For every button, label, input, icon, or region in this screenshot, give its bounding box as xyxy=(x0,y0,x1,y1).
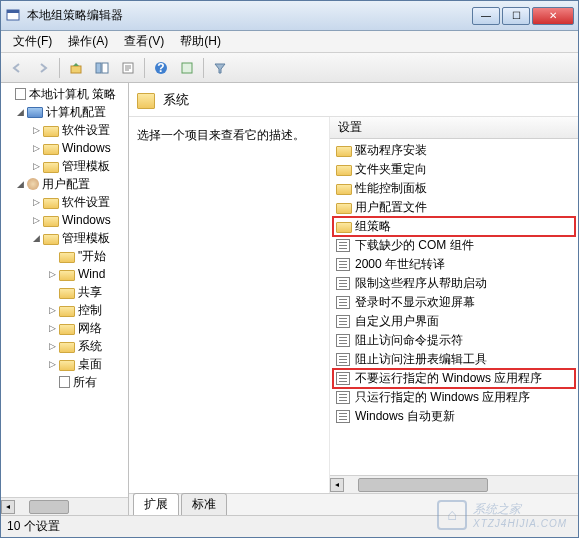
tree-root[interactable]: 本地计算机 策略 xyxy=(1,85,128,103)
tree-wind[interactable]: ▷Wind xyxy=(1,265,128,283)
separator xyxy=(203,58,204,78)
expander-icon[interactable] xyxy=(47,377,57,387)
menu-help[interactable]: 帮助(H) xyxy=(172,31,229,52)
folder-icon xyxy=(336,184,352,195)
tree-user-config[interactable]: ◢用户配置 xyxy=(1,175,128,193)
tree-label: 计算机配置 xyxy=(46,104,106,120)
export-button[interactable] xyxy=(116,56,140,80)
scroll-thumb[interactable] xyxy=(29,500,69,514)
expander-icon[interactable]: ▷ xyxy=(47,323,57,333)
settings-icon xyxy=(59,376,70,388)
properties-button[interactable] xyxy=(175,56,199,80)
expander-icon[interactable]: ▷ xyxy=(47,305,57,315)
expander-icon[interactable]: ▷ xyxy=(47,341,57,351)
list-item[interactable]: 限制这些程序从帮助启动 xyxy=(330,274,578,293)
expander-icon[interactable]: ▷ xyxy=(31,161,41,171)
expander-icon[interactable]: ◢ xyxy=(15,179,25,189)
tab-extended[interactable]: 扩展 xyxy=(133,493,179,515)
tree-start-menu[interactable]: "开始 xyxy=(1,247,128,265)
column-header-settings[interactable]: 设置 xyxy=(330,117,578,139)
scroll-thumb[interactable] xyxy=(358,478,488,492)
menu-view[interactable]: 查看(V) xyxy=(116,31,172,52)
list-item[interactable]: 下载缺少的 COM 组件 xyxy=(330,236,578,255)
list-horizontal-scrollbar[interactable]: ◂ xyxy=(330,475,578,493)
up-button[interactable] xyxy=(64,56,88,80)
list-item-highlighted[interactable]: 不要运行指定的 Windows 应用程序 xyxy=(332,368,576,389)
folder-icon xyxy=(59,252,75,263)
tree-share[interactable]: 共享 xyxy=(1,283,128,301)
help-button[interactable]: ? xyxy=(149,56,173,80)
tree-system[interactable]: ▷系统 xyxy=(1,337,128,355)
status-text: 10 个设置 xyxy=(7,518,60,535)
setting-icon xyxy=(336,410,350,423)
maximize-button[interactable]: ☐ xyxy=(502,7,530,25)
list-item[interactable]: 自定义用户界面 xyxy=(330,312,578,331)
expander-icon[interactable] xyxy=(47,287,57,297)
list-item[interactable]: 文件夹重定向 xyxy=(330,160,578,179)
item-label: 登录时不显示欢迎屏幕 xyxy=(355,294,475,311)
list-item[interactable]: 登录时不显示欢迎屏幕 xyxy=(330,293,578,312)
tree-horizontal-scrollbar[interactable]: ◂ xyxy=(1,497,128,515)
list-item[interactable]: 驱动程序安装 xyxy=(330,141,578,160)
show-hide-tree-button[interactable] xyxy=(90,56,114,80)
setting-icon xyxy=(336,315,350,328)
settings-list[interactable]: 驱动程序安装 文件夹重定向 性能控制面板 用户配置文件 组策略 下载缺少的 CO… xyxy=(330,139,578,475)
expander-icon[interactable]: ◢ xyxy=(15,107,25,117)
setting-icon xyxy=(336,334,350,347)
tab-standard[interactable]: 标准 xyxy=(181,493,227,515)
setting-icon xyxy=(336,258,350,271)
scroll-left-button[interactable]: ◂ xyxy=(330,478,344,492)
menu-file[interactable]: 文件(F) xyxy=(5,31,60,52)
tree-desktop[interactable]: ▷桌面 xyxy=(1,355,128,373)
tree-uc-admin[interactable]: ◢管理模板 xyxy=(1,229,128,247)
forward-button[interactable] xyxy=(31,56,55,80)
separator xyxy=(144,58,145,78)
expander-icon[interactable]: ▷ xyxy=(31,215,41,225)
minimize-button[interactable]: — xyxy=(472,7,500,25)
tree-control[interactable]: ▷控制 xyxy=(1,301,128,319)
setting-icon xyxy=(336,391,350,404)
expander-icon[interactable]: ▷ xyxy=(47,359,57,369)
list-item[interactable]: 性能控制面板 xyxy=(330,179,578,198)
list-item[interactable]: 用户配置文件 xyxy=(330,198,578,217)
list-item[interactable]: 阻止访问注册表编辑工具 xyxy=(330,350,578,369)
tree-network[interactable]: ▷网络 xyxy=(1,319,128,337)
menu-action[interactable]: 操作(A) xyxy=(60,31,116,52)
tree-uc-software[interactable]: ▷软件设置 xyxy=(1,193,128,211)
computer-icon xyxy=(27,107,43,118)
tree-cc-windows[interactable]: ▷Windows xyxy=(1,139,128,157)
list-item[interactable]: 2000 年世纪转译 xyxy=(330,255,578,274)
tree-all[interactable]: 所有 xyxy=(1,373,128,391)
details-title: 系统 xyxy=(163,91,189,109)
setting-icon xyxy=(336,277,350,290)
tree-computer-config[interactable]: ◢计算机配置 xyxy=(1,103,128,121)
folder-icon xyxy=(59,342,75,353)
setting-icon xyxy=(336,372,350,385)
expander-icon[interactable] xyxy=(47,251,57,261)
filter-button[interactable] xyxy=(208,56,232,80)
tree-cc-software[interactable]: ▷软件设置 xyxy=(1,121,128,139)
menubar: 文件(F) 操作(A) 查看(V) 帮助(H) xyxy=(1,31,578,53)
close-button[interactable]: ✕ xyxy=(532,7,574,25)
item-label: 驱动程序安装 xyxy=(355,142,427,159)
folder-icon xyxy=(43,216,59,227)
tree-cc-admin[interactable]: ▷管理模板 xyxy=(1,157,128,175)
expander-icon[interactable] xyxy=(3,89,13,99)
expander-icon[interactable]: ◢ xyxy=(31,233,41,243)
expander-icon[interactable]: ▷ xyxy=(31,197,41,207)
list-item-highlighted[interactable]: 组策略 xyxy=(332,216,576,237)
details-header: 系统 xyxy=(129,83,578,117)
tree-uc-windows[interactable]: ▷Windows xyxy=(1,211,128,229)
list-item[interactable]: Windows 自动更新 xyxy=(330,407,578,426)
expander-icon[interactable]: ▷ xyxy=(47,269,57,279)
list-item[interactable]: 只运行指定的 Windows 应用程序 xyxy=(330,388,578,407)
back-button[interactable] xyxy=(5,56,29,80)
scroll-left-button[interactable]: ◂ xyxy=(1,500,15,514)
setting-icon xyxy=(336,353,350,366)
description-column: 选择一个项目来查看它的描述。 xyxy=(129,117,329,493)
navigation-tree[interactable]: 本地计算机 策略 ◢计算机配置 ▷软件设置 ▷Windows ▷管理模板 ◢用户… xyxy=(1,83,128,497)
list-item[interactable]: 阻止访问命令提示符 xyxy=(330,331,578,350)
expander-icon[interactable]: ▷ xyxy=(31,143,41,153)
tree-label: Windows xyxy=(62,140,111,156)
expander-icon[interactable]: ▷ xyxy=(31,125,41,135)
